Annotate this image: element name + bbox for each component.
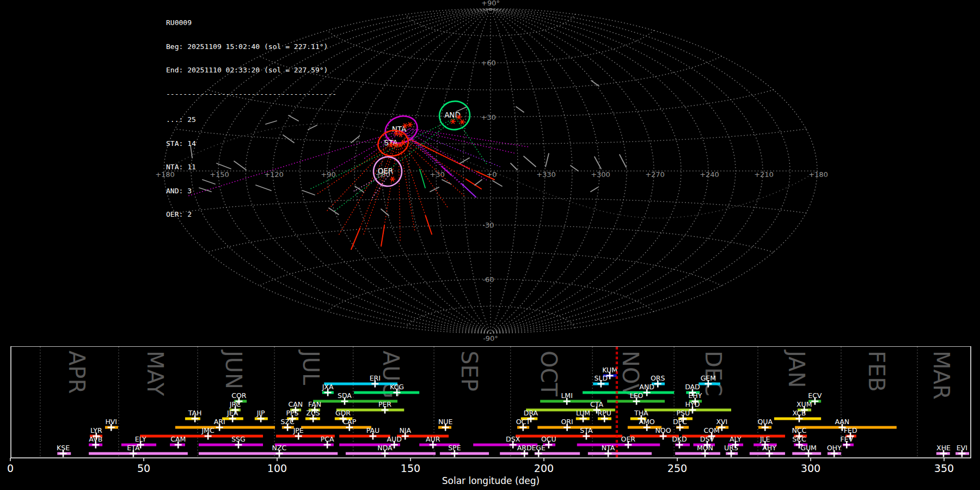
sporadic-meteor-trail	[524, 156, 536, 167]
x-axis-title: Solar longitude (deg)	[442, 475, 540, 486]
dec-label: +30	[481, 113, 495, 121]
count-oer: OER: 2	[166, 211, 336, 219]
meteor-head	[426, 216, 432, 234]
meteor-head	[381, 225, 384, 246]
count-sta: STA: 14	[166, 140, 336, 148]
sporadic-meteor-trail	[493, 181, 502, 186]
radiant-sky-map: +180+150+120+90+60+30+0+330+300+270+240+…	[0, 0, 980, 346]
shower-bar-nta	[588, 452, 652, 455]
sporadic-meteor-trail	[442, 180, 451, 184]
shower-bar-ssg	[199, 444, 263, 446]
month-label: FEB	[864, 351, 889, 392]
shower-bar-spe	[440, 452, 489, 455]
axis-tick-label: 250	[667, 462, 687, 474]
shower-meteor-trail	[332, 131, 401, 170]
meteor-head	[351, 228, 360, 249]
sporadic-meteor-trail	[546, 154, 549, 167]
shower-bar-and	[583, 391, 674, 394]
ra-label: +270	[645, 170, 665, 179]
sporadic-meteor-trail	[511, 163, 517, 170]
radiant-marker	[460, 120, 465, 124]
north-pole-label: +90°	[481, 0, 500, 7]
dec-label: -60	[482, 275, 494, 284]
shower-meteor-trail	[407, 131, 488, 181]
axis-tick-label: 100	[267, 462, 287, 474]
sporadic-meteor-trail	[595, 157, 601, 169]
axis-tick-label: 50	[137, 462, 150, 474]
ra-label: +180	[808, 170, 828, 179]
shower-ellipse-label: OER	[378, 167, 394, 175]
ra-label: +210	[754, 170, 774, 179]
activity-timeline: APRMAYJUNJULAUGSEPOCTNOVDECJANFEBMARKUME…	[0, 346, 980, 490]
ra-label: +330	[536, 170, 556, 179]
header-divider: ----------------------------------------	[166, 90, 336, 99]
shower-meteor-trail	[400, 143, 415, 231]
month-label: MAR	[929, 351, 954, 400]
month-label: AUG	[378, 351, 403, 399]
meteor-head	[466, 179, 481, 189]
dec-label: +60	[481, 59, 495, 67]
shower-bar-kcg	[354, 391, 419, 394]
count-and: AND: 3	[166, 187, 336, 195]
shower-bar-mon	[675, 452, 720, 455]
axis-tick-label: 300	[801, 462, 820, 474]
sporadic-meteor-trail	[571, 166, 578, 171]
south-pole-label: -90°	[483, 334, 498, 342]
sporadic-meteor-trail	[516, 107, 524, 112]
shower-bar-nzc	[199, 452, 338, 455]
shower-bar-oer	[577, 444, 660, 446]
shower-bar-ari	[175, 426, 275, 429]
axis-tick-label: 0	[7, 462, 14, 474]
ra-label: +0	[486, 170, 497, 179]
shower-bar-pau	[339, 435, 390, 438]
count-sporadic: ...: 25	[166, 116, 336, 124]
observation-end: End: 20251110 02:33:20 (sol = 227.59°)	[166, 66, 336, 75]
ra-label: +240	[700, 170, 719, 179]
month-label: OCT	[536, 351, 561, 396]
shower-meteor-trail	[406, 137, 469, 169]
month-label: MAY	[143, 351, 168, 396]
sporadic-meteor-trail	[620, 155, 626, 167]
axis-tick-label: 150	[401, 462, 420, 474]
month-label: DEC	[701, 351, 726, 396]
shower-bar-cap	[301, 426, 371, 429]
shower-meteor-trail	[420, 169, 425, 188]
shower-bar-ori	[537, 426, 611, 429]
shower-meteor-trail	[456, 119, 487, 165]
month-label: APR	[64, 351, 89, 394]
sporadic-meteor-trail	[355, 186, 364, 192]
shower-meteor-trail	[353, 173, 387, 192]
sporadic-meteor-trail	[475, 180, 482, 185]
station-id: RU0009	[166, 19, 336, 27]
sporadic-meteor-trail	[381, 209, 389, 216]
graticule-parallel	[406, 306, 575, 328]
shower-meteor-trail	[399, 144, 400, 241]
radiant-marker	[390, 177, 395, 181]
shower-bar-eri	[324, 383, 397, 385]
observation-begin: Beg: 20251109 15:02:40 (sol = 227.11°)	[166, 43, 336, 51]
axis-tick-label: 350	[934, 462, 954, 474]
map-header: RU0009 Beg: 20251109 15:02:40 (sol = 227…	[166, 3, 336, 226]
meteor-station-report: { "header": { "station": "RU0009", "beg_…	[0, 0, 980, 490]
radiant-marker	[408, 122, 413, 127]
month-label: JUN	[221, 349, 246, 389]
shower-bar-eta	[89, 452, 188, 455]
ra-label: +300	[591, 170, 610, 179]
month-label: JAN	[784, 349, 809, 388]
count-nta: NTA: 11	[166, 163, 336, 171]
shower-bar-nda	[346, 452, 436, 455]
sporadic-meteor-trail	[460, 158, 469, 163]
shower-bar-sta	[516, 435, 622, 438]
month-label: JUL	[298, 349, 323, 385]
axis-tick-label: 200	[534, 462, 554, 474]
ra-label: +30	[430, 170, 444, 179]
month-label: SEP	[457, 351, 482, 391]
sporadic-meteor-trail	[591, 187, 598, 192]
dec-label: -30	[482, 221, 494, 229]
